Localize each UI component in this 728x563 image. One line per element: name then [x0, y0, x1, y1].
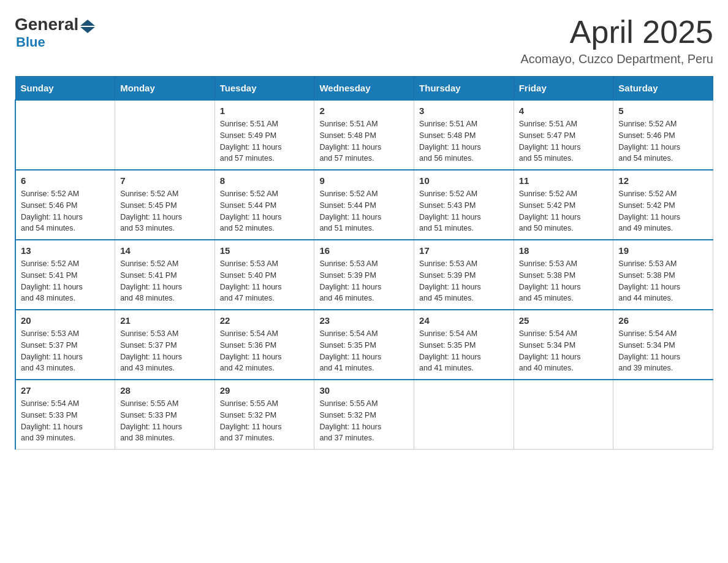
calendar-cell: 12Sunrise: 5:52 AMSunset: 5:42 PMDayligh…	[613, 170, 713, 240]
calendar-cell	[414, 380, 514, 450]
calendar-cell: 16Sunrise: 5:53 AMSunset: 5:39 PMDayligh…	[314, 240, 414, 310]
calendar-week-row: 27Sunrise: 5:54 AMSunset: 5:33 PMDayligh…	[15, 380, 713, 450]
day-info: Sunrise: 5:54 AMSunset: 5:35 PMDaylight:…	[319, 328, 409, 374]
calendar-cell: 2Sunrise: 5:51 AMSunset: 5:48 PMDaylight…	[314, 100, 414, 170]
day-number: 14	[120, 245, 210, 256]
day-number: 18	[519, 245, 609, 256]
page-subtitle: Acomayo, Cuzco Department, Peru	[520, 52, 713, 66]
calendar-table: SundayMondayTuesdayWednesdayThursdayFrid…	[15, 76, 713, 450]
day-number: 24	[419, 315, 509, 326]
calendar-cell: 5Sunrise: 5:52 AMSunset: 5:46 PMDaylight…	[613, 100, 713, 170]
calendar-header-thursday: Thursday	[414, 77, 514, 101]
calendar-cell: 28Sunrise: 5:55 AMSunset: 5:33 PMDayligh…	[115, 380, 215, 450]
day-info: Sunrise: 5:52 AMSunset: 5:46 PMDaylight:…	[21, 188, 110, 234]
day-info: Sunrise: 5:54 AMSunset: 5:34 PMDaylight:…	[519, 328, 609, 374]
day-number: 20	[21, 315, 110, 326]
day-number: 27	[21, 385, 110, 396]
title-block: April 2025 Acomayo, Cuzco Department, Pe…	[520, 15, 713, 66]
calendar-week-row: 6Sunrise: 5:52 AMSunset: 5:46 PMDaylight…	[15, 170, 713, 240]
calendar-cell: 9Sunrise: 5:52 AMSunset: 5:44 PMDaylight…	[314, 170, 414, 240]
calendar-cell	[613, 380, 713, 450]
calendar-week-row: 20Sunrise: 5:53 AMSunset: 5:37 PMDayligh…	[15, 310, 713, 380]
day-info: Sunrise: 5:51 AMSunset: 5:48 PMDaylight:…	[319, 118, 409, 164]
calendar-cell: 22Sunrise: 5:54 AMSunset: 5:36 PMDayligh…	[214, 310, 314, 380]
day-info: Sunrise: 5:52 AMSunset: 5:44 PMDaylight:…	[319, 188, 409, 234]
calendar-week-row: 13Sunrise: 5:52 AMSunset: 5:41 PMDayligh…	[15, 240, 713, 310]
page-header: General Blue April 2025 Acomayo, Cuzco D…	[15, 15, 713, 66]
day-number: 2	[319, 105, 409, 116]
day-info: Sunrise: 5:52 AMSunset: 5:42 PMDaylight:…	[519, 188, 609, 234]
calendar-cell: 25Sunrise: 5:54 AMSunset: 5:34 PMDayligh…	[514, 310, 613, 380]
calendar-header-wednesday: Wednesday	[314, 77, 414, 101]
calendar-cell	[115, 100, 215, 170]
calendar-cell	[15, 100, 115, 170]
day-number: 10	[419, 175, 509, 186]
day-number: 17	[419, 245, 509, 256]
calendar-cell: 6Sunrise: 5:52 AMSunset: 5:46 PMDaylight…	[15, 170, 115, 240]
calendar-header-friday: Friday	[514, 77, 613, 101]
day-number: 28	[120, 385, 210, 396]
calendar-cell: 20Sunrise: 5:53 AMSunset: 5:37 PMDayligh…	[15, 310, 115, 380]
logo-general-text: General	[15, 15, 78, 34]
day-info: Sunrise: 5:52 AMSunset: 5:41 PMDaylight:…	[21, 258, 110, 304]
day-number: 7	[120, 175, 210, 186]
day-number: 29	[220, 385, 309, 396]
calendar-cell: 1Sunrise: 5:51 AMSunset: 5:49 PMDaylight…	[214, 100, 314, 170]
calendar-cell: 4Sunrise: 5:51 AMSunset: 5:47 PMDaylight…	[514, 100, 613, 170]
day-number: 21	[120, 315, 210, 326]
day-number: 16	[319, 245, 409, 256]
calendar-cell: 23Sunrise: 5:54 AMSunset: 5:35 PMDayligh…	[314, 310, 414, 380]
day-number: 15	[220, 245, 309, 256]
calendar-cell: 3Sunrise: 5:51 AMSunset: 5:48 PMDaylight…	[414, 100, 514, 170]
calendar-cell: 29Sunrise: 5:55 AMSunset: 5:32 PMDayligh…	[214, 380, 314, 450]
day-number: 8	[220, 175, 309, 186]
day-number: 3	[419, 105, 509, 116]
day-info: Sunrise: 5:55 AMSunset: 5:32 PMDaylight:…	[220, 398, 309, 444]
day-info: Sunrise: 5:51 AMSunset: 5:49 PMDaylight:…	[220, 118, 309, 164]
day-number: 12	[618, 175, 708, 186]
day-info: Sunrise: 5:54 AMSunset: 5:35 PMDaylight:…	[419, 328, 509, 374]
logo: General Blue	[15, 15, 95, 50]
day-number: 13	[21, 245, 110, 256]
day-info: Sunrise: 5:52 AMSunset: 5:46 PMDaylight:…	[618, 118, 708, 164]
day-info: Sunrise: 5:55 AMSunset: 5:33 PMDaylight:…	[120, 398, 210, 444]
calendar-header-sunday: Sunday	[15, 77, 115, 101]
day-number: 22	[220, 315, 309, 326]
calendar-cell: 14Sunrise: 5:52 AMSunset: 5:41 PMDayligh…	[115, 240, 215, 310]
calendar-cell: 8Sunrise: 5:52 AMSunset: 5:44 PMDaylight…	[214, 170, 314, 240]
calendar-week-row: 1Sunrise: 5:51 AMSunset: 5:49 PMDaylight…	[15, 100, 713, 170]
day-number: 4	[519, 105, 609, 116]
day-info: Sunrise: 5:53 AMSunset: 5:40 PMDaylight:…	[220, 258, 309, 304]
calendar-cell	[514, 380, 613, 450]
day-info: Sunrise: 5:52 AMSunset: 5:45 PMDaylight:…	[120, 188, 210, 234]
day-info: Sunrise: 5:53 AMSunset: 5:39 PMDaylight:…	[319, 258, 409, 304]
day-info: Sunrise: 5:53 AMSunset: 5:37 PMDaylight:…	[120, 328, 210, 374]
day-info: Sunrise: 5:53 AMSunset: 5:38 PMDaylight:…	[519, 258, 609, 304]
calendar-cell: 17Sunrise: 5:53 AMSunset: 5:39 PMDayligh…	[414, 240, 514, 310]
day-number: 26	[618, 315, 708, 326]
day-number: 25	[519, 315, 609, 326]
day-info: Sunrise: 5:54 AMSunset: 5:36 PMDaylight:…	[220, 328, 309, 374]
day-info: Sunrise: 5:54 AMSunset: 5:34 PMDaylight:…	[618, 328, 708, 374]
calendar-cell: 10Sunrise: 5:52 AMSunset: 5:43 PMDayligh…	[414, 170, 514, 240]
calendar-header-monday: Monday	[115, 77, 215, 101]
day-number: 30	[319, 385, 409, 396]
calendar-cell: 7Sunrise: 5:52 AMSunset: 5:45 PMDaylight…	[115, 170, 215, 240]
day-number: 19	[618, 245, 708, 256]
day-number: 9	[319, 175, 409, 186]
calendar-cell: 30Sunrise: 5:55 AMSunset: 5:32 PMDayligh…	[314, 380, 414, 450]
day-number: 11	[519, 175, 609, 186]
calendar-cell: 27Sunrise: 5:54 AMSunset: 5:33 PMDayligh…	[15, 380, 115, 450]
day-number: 23	[319, 315, 409, 326]
calendar-cell: 26Sunrise: 5:54 AMSunset: 5:34 PMDayligh…	[613, 310, 713, 380]
day-info: Sunrise: 5:52 AMSunset: 5:41 PMDaylight:…	[120, 258, 210, 304]
calendar-cell: 15Sunrise: 5:53 AMSunset: 5:40 PMDayligh…	[214, 240, 314, 310]
page-title: April 2025	[520, 15, 713, 50]
day-info: Sunrise: 5:51 AMSunset: 5:47 PMDaylight:…	[519, 118, 609, 164]
day-info: Sunrise: 5:53 AMSunset: 5:38 PMDaylight:…	[618, 258, 708, 304]
day-info: Sunrise: 5:52 AMSunset: 5:43 PMDaylight:…	[419, 188, 509, 234]
calendar-cell: 19Sunrise: 5:53 AMSunset: 5:38 PMDayligh…	[613, 240, 713, 310]
calendar-cell: 13Sunrise: 5:52 AMSunset: 5:41 PMDayligh…	[15, 240, 115, 310]
day-number: 5	[618, 105, 708, 116]
logo-blue-text: Blue	[16, 34, 45, 50]
